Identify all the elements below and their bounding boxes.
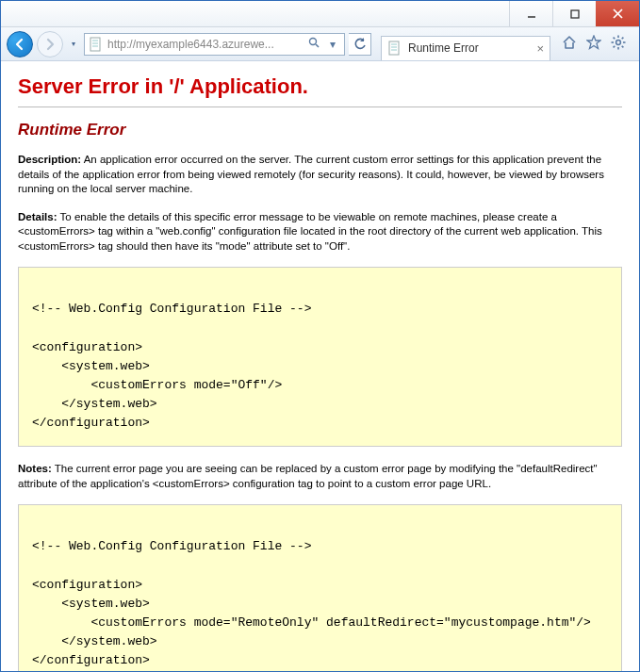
- url-text: http://myexample6443.azurewe...: [107, 38, 303, 51]
- svg-rect-1: [571, 10, 579, 18]
- forward-button[interactable]: [37, 31, 63, 57]
- window-titlebar: [1, 1, 639, 27]
- code-text: <!-- Web.Config Configuration File --> <…: [32, 281, 608, 433]
- svg-line-22: [614, 45, 615, 47]
- notes-text: The current error page you are seeing ca…: [18, 463, 598, 489]
- svg-line-9: [316, 44, 319, 47]
- tab-close-icon[interactable]: ×: [536, 41, 544, 56]
- settings-icon[interactable]: [611, 35, 626, 54]
- description-text: An application error occurred on the ser…: [18, 154, 604, 194]
- browser-tab[interactable]: Runtime Error ×: [381, 36, 550, 60]
- details-paragraph: Details: To enable the details of this s…: [18, 210, 622, 254]
- home-icon[interactable]: [562, 35, 577, 54]
- config-example-remoteonly: <!-- Web.Config Configuration File --> <…: [18, 504, 622, 672]
- tab-title: Runtime Error: [408, 41, 531, 55]
- toolbar-right: [554, 35, 633, 54]
- page-heading: Server Error in '/' Application.: [18, 74, 622, 99]
- svg-line-19: [614, 37, 615, 39]
- address-bar[interactable]: http://myexample6443.azurewe... ▾: [84, 33, 345, 56]
- favorites-icon[interactable]: [586, 35, 601, 54]
- refresh-button[interactable]: [349, 33, 371, 56]
- details-text: To enable the details of this specific e…: [18, 211, 602, 252]
- svg-point-8: [309, 38, 316, 44]
- svg-line-21: [622, 37, 624, 39]
- notes-paragraph: Notes: The current error page you are se…: [18, 462, 622, 491]
- back-button[interactable]: [7, 31, 33, 57]
- page-content: Server Error in '/' Application. Runtime…: [1, 61, 639, 672]
- nav-history-dropdown[interactable]: ▾: [67, 40, 80, 48]
- close-button[interactable]: [596, 1, 639, 26]
- svg-line-20: [622, 45, 624, 47]
- address-dropdown-icon[interactable]: ▾: [325, 38, 340, 51]
- code-text: <!-- Web.Config Configuration File --> <…: [32, 518, 608, 670]
- details-label: Details:: [18, 211, 57, 222]
- page-subheading: Runtime Error: [18, 121, 622, 139]
- browser-toolbar: ▾ http://myexample6443.azurewe... ▾ Runt…: [1, 27, 639, 61]
- config-example-off: <!-- Web.Config Configuration File --> <…: [18, 267, 622, 447]
- divider: [18, 107, 622, 107]
- description-label: Description:: [18, 154, 81, 165]
- search-icon[interactable]: [306, 37, 321, 52]
- page-icon: [89, 37, 104, 52]
- svg-rect-4: [90, 38, 100, 51]
- maximize-button[interactable]: [552, 1, 596, 26]
- svg-rect-10: [389, 41, 399, 55]
- page-icon: [387, 41, 402, 56]
- description-paragraph: Description: An application error occurr…: [18, 153, 622, 197]
- svg-point-14: [616, 40, 621, 44]
- minimize-button[interactable]: [509, 1, 552, 26]
- notes-label: Notes:: [18, 463, 52, 474]
